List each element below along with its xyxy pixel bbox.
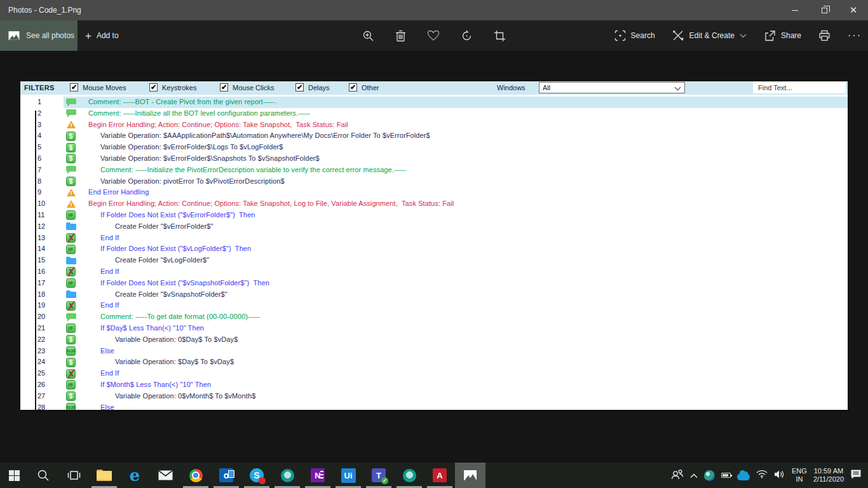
code-line[interactable]: 26IFIf $Month$ Less Than(<) "10" Then: [20, 379, 848, 391]
delete-button[interactable]: [395, 30, 406, 42]
checkbox-checked-icon[interactable]: ✔: [70, 83, 78, 92]
volume-button[interactable]: [774, 470, 785, 482]
code-line[interactable]: 6$Variable Operation: $vErrorFolder$\Sna…: [20, 153, 848, 165]
minimize-button[interactable]: [780, 0, 810, 20]
code-line[interactable]: 4$Variable Operation: $AAApplicationPath…: [20, 130, 848, 142]
taskbar-file-explorer[interactable]: [89, 463, 119, 488]
filter-delays[interactable]: ✔Delays: [295, 83, 330, 92]
code-line[interactable]: 23ELSEElse: [20, 346, 848, 357]
print-button[interactable]: [818, 30, 831, 41]
code-line[interactable]: 14IFIf Folder Does Not Exist ("$vLogFold…: [20, 243, 848, 255]
taskbar-acrobat[interactable]: A: [424, 463, 455, 488]
teams-status-check-icon: ✓: [381, 477, 388, 484]
search-label: Search: [631, 31, 655, 40]
taskbar-webex[interactable]: [272, 463, 302, 488]
taskbar-edge[interactable]: e: [119, 463, 150, 488]
code-line[interactable]: 3!Begin Error Handling; Action: Continue…: [20, 119, 848, 131]
line-number: 9: [37, 187, 41, 198]
people-button[interactable]: [671, 469, 684, 482]
filter-keystrokes[interactable]: ✔Keystrokes: [149, 83, 196, 92]
search-button[interactable]: Search: [614, 30, 655, 41]
taskbar-chrome[interactable]: [180, 463, 211, 488]
filter-other[interactable]: ✔Other: [349, 83, 379, 92]
line-number: 6: [37, 153, 41, 165]
zoom-in-button[interactable]: [362, 30, 374, 42]
speaker-icon: [774, 470, 785, 479]
checkbox-checked-icon[interactable]: ✔: [349, 83, 357, 92]
code-line[interactable]: 16XEnd If: [20, 266, 848, 278]
taskbar-webex-2[interactable]: [394, 463, 424, 488]
battery-icon[interactable]: [721, 473, 731, 478]
line-text: End If: [100, 233, 119, 244]
rotate-button[interactable]: [461, 30, 473, 42]
acrobat-reader-icon: A: [433, 468, 447, 482]
edit-create-button[interactable]: Edit & Create: [672, 30, 747, 41]
onedrive-icon[interactable]: [737, 473, 750, 480]
code-line[interactable]: 27$Variable Operation: 0$vMonth$ To $vMo…: [20, 391, 848, 402]
task-view-button[interactable]: [58, 463, 89, 488]
code-line[interactable]: 22$Variable Operation: 0$Day$ To $vDay$: [20, 334, 848, 346]
code-line[interactable]: 17IFIf Folder Does Not Exist ("$vSnapsho…: [20, 278, 848, 289]
edit-create-icon: [672, 30, 684, 41]
taskbar-mail[interactable]: [150, 463, 180, 488]
taskbar-outlook[interactable]: o: [211, 463, 241, 488]
see-all-photos-button[interactable]: See all photos: [0, 20, 78, 51]
language-indicator[interactable]: ENG IN: [792, 467, 807, 484]
find-text-input[interactable]: [753, 82, 846, 93]
code-line[interactable]: 9!End Error Handling: [20, 187, 848, 198]
action-center-button[interactable]: [850, 469, 862, 482]
taskbar-teams[interactable]: T✓: [363, 463, 394, 488]
close-button[interactable]: ✕: [839, 0, 868, 20]
filter-label: Keystrokes: [162, 84, 196, 92]
clock[interactable]: 10:59 AM 2/11/2020: [813, 467, 844, 484]
tray-overflow-button[interactable]: [690, 470, 698, 481]
end-if-icon: X: [66, 234, 78, 242]
favorite-button[interactable]: [427, 30, 440, 41]
line-text: Variable Operation: $AAApplicationPath$\…: [100, 130, 430, 142]
network-globe-icon[interactable]: [704, 470, 715, 481]
code-line[interactable]: 11IFIf Folder Does Not Exist ("$vErrorFo…: [20, 210, 848, 221]
crop-button[interactable]: [494, 30, 506, 42]
line-number: 19: [37, 300, 45, 311]
code-line[interactable]: 10!Begin Error Handling; Action: Continu…: [20, 198, 848, 210]
wifi-button[interactable]: [756, 470, 768, 481]
code-line[interactable]: 7Comment: -----Initialize the PivotError…: [20, 165, 848, 176]
checkbox-checked-icon[interactable]: ✔: [220, 83, 228, 92]
visual-search-icon: [614, 30, 626, 41]
windows-dropdown[interactable]: All: [539, 82, 685, 93]
code-margin-rule: [35, 111, 36, 410]
share-button[interactable]: Share: [764, 30, 801, 41]
code-line[interactable]: 13XEnd If: [20, 233, 848, 244]
restore-button[interactable]: [810, 0, 839, 20]
code-line[interactable]: 15Create Folder "$vLogFolder$": [20, 255, 848, 266]
code-line[interactable]: 25XEnd If: [20, 368, 848, 379]
checkbox-checked-icon[interactable]: ✔: [149, 83, 158, 92]
checkbox-checked-icon[interactable]: ✔: [295, 83, 304, 92]
start-button[interactable]: [0, 463, 28, 488]
displayed-image[interactable]: FILTERS ✔Mouse Moves ✔Keystrokes ✔Mouse …: [20, 81, 848, 412]
skype-icon: S: [250, 468, 264, 482]
code-line[interactable]: 8$Variable Operation: pivotError To $vPi…: [20, 176, 848, 187]
add-to-button[interactable]: + Add to: [85, 20, 119, 51]
code-line[interactable]: 18Create Folder "$vSnapshotFolder$": [20, 289, 848, 301]
taskbar-uipath[interactable]: Ui: [333, 463, 363, 488]
code-line[interactable]: 28ELSEElse: [20, 402, 848, 412]
code-line[interactable]: 2Comment: -----Initialize all the BOT le…: [20, 108, 848, 119]
code-line[interactable]: 20Comment: -----To get date format (00-0…: [20, 311, 848, 323]
taskbar-search-button[interactable]: [28, 463, 58, 488]
code-line[interactable]: 5$Variable Operation: $vErrorFolder$\Log…: [20, 142, 848, 153]
line-number: 15: [37, 255, 45, 266]
code-line[interactable]: 12Create Folder "$vErrorFolder$": [20, 221, 848, 233]
taskbar-photos-active[interactable]: [455, 463, 485, 488]
taskbar-skype[interactable]: S: [241, 463, 272, 488]
code-line[interactable]: 21IFIf $Day$ Less Than(<) "10" Then: [20, 323, 848, 334]
edit-create-label: Edit & Create: [689, 31, 735, 40]
code-line[interactable]: 24$Variable Operation: $Day$ To $vDay$: [20, 356, 848, 368]
see-more-button[interactable]: ···: [848, 30, 862, 41]
code-line-selected[interactable]: 1Comment: -----BOT - Create Pivot from t…: [20, 97, 848, 108]
code-line[interactable]: 19XEnd If: [20, 300, 848, 311]
filter-mouse-clicks[interactable]: ✔Mouse Clicks: [220, 83, 274, 92]
filter-mouse-moves[interactable]: ✔Mouse Moves: [70, 83, 126, 92]
taskbar-onenote[interactable]: N: [302, 463, 333, 488]
line-number: 10: [37, 198, 45, 210]
